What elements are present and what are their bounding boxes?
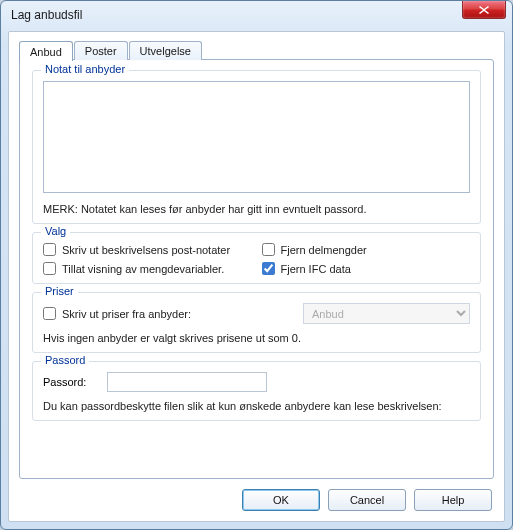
tab-poster[interactable]: Poster (74, 41, 128, 60)
legend-notat: Notat til anbyder (41, 63, 129, 75)
checkbox-tillat-mengdevariabler[interactable]: Tillat visning av mengdevariabler. (43, 262, 252, 275)
group-notat: Notat til anbyder MERK: Notatet kan lese… (32, 70, 481, 224)
checkbox-skriv-priser[interactable]: Skriv ut priser fra anbyder: (43, 307, 293, 320)
notat-textarea[interactable] (43, 81, 470, 193)
checkbox-input-skriv-post-notater[interactable] (43, 243, 56, 256)
passord-hint-text: Du kan passordbeskytte filen slik at kun… (43, 400, 470, 412)
checkbox-input-fjern-delmengder[interactable] (262, 243, 275, 256)
dialog-window: Lag anbudsfil Anbud Poster Utvelgelse No… (0, 0, 513, 530)
ok-button[interactable]: OK (242, 489, 320, 511)
dialog-footer: OK Cancel Help (242, 489, 492, 511)
window-title: Lag anbudsfil (11, 8, 506, 22)
checkbox-input-fjern-ifc[interactable] (262, 262, 275, 275)
tab-anbud[interactable]: Anbud (19, 41, 73, 61)
client-area: Anbud Poster Utvelgelse Notat til anbyde… (8, 31, 505, 522)
tab-utvelgelse[interactable]: Utvelgelse (129, 41, 202, 60)
group-valg: Valg Skriv ut beskrivelsens post-notater… (32, 232, 481, 284)
anbyder-combo[interactable]: Anbud (303, 303, 470, 324)
notat-merk-text: MERK: Notatet kan leses før anbyder har … (43, 203, 470, 215)
close-icon (479, 6, 489, 14)
checkbox-label: Tillat visning av mengdevariabler. (62, 263, 224, 275)
checkbox-fjern-delmengder[interactable]: Fjern delmengder (262, 243, 471, 256)
checkbox-fjern-ifc[interactable]: Fjern IFC data (262, 262, 471, 275)
passord-label: Passord: (43, 376, 99, 388)
group-priser: Priser Skriv ut priser fra anbyder: Anbu… (32, 292, 481, 353)
checkbox-skriv-post-notater[interactable]: Skriv ut beskrivelsens post-notater (43, 243, 252, 256)
checkbox-label: Skriv ut beskrivelsens post-notater (62, 244, 230, 256)
legend-valg: Valg (41, 225, 70, 237)
legend-priser: Priser (41, 285, 78, 297)
cancel-button[interactable]: Cancel (328, 489, 406, 511)
passord-input[interactable] (107, 372, 267, 392)
checkbox-input-tillat-mengdevariabler[interactable] (43, 262, 56, 275)
checkbox-label: Skriv ut priser fra anbyder: (62, 308, 191, 320)
tabpanel-anbud: Notat til anbyder MERK: Notatet kan lese… (19, 59, 494, 479)
titlebar[interactable]: Lag anbudsfil (1, 1, 512, 29)
checkbox-label: Fjern delmengder (281, 244, 367, 256)
legend-passord: Passord (41, 354, 89, 366)
checkbox-input-skriv-priser[interactable] (43, 307, 56, 320)
checkbox-label: Fjern IFC data (281, 263, 351, 275)
help-button[interactable]: Help (414, 489, 492, 511)
priser-hint-text: Hvis ingen anbyder er valgt skrives pris… (43, 332, 470, 344)
group-passord: Passord Passord: Du kan passordbeskytte … (32, 361, 481, 421)
tab-strip: Anbud Poster Utvelgelse (19, 38, 494, 60)
close-button[interactable] (462, 1, 506, 19)
